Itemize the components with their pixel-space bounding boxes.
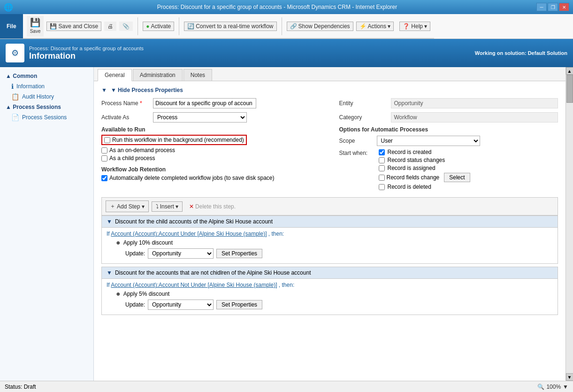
step2-update-select[interactable]: Opportunity (148, 300, 214, 310)
record-created-checkbox[interactable] (379, 149, 385, 155)
audit-icon: 📋 (11, 93, 19, 100)
form-right: Entity Opportunity Category Workflow (339, 98, 558, 192)
help-icon: ❓ (403, 23, 410, 30)
zoom-arrow[interactable]: ▼ (563, 384, 568, 390)
sidebar-item-information[interactable]: ℹ Information (0, 81, 93, 92)
step1-update-label: Update: (125, 250, 145, 257)
actions-button[interactable]: ⚡ Actions ▾ (356, 22, 394, 31)
record-status-checkbox[interactable] (379, 157, 385, 163)
title-bar-text: Process: Discount for a specific group o… (18, 4, 536, 10)
record-assigned-row: Record is assigned (379, 165, 470, 171)
step1-body: If Account (Account):Account Under [Alpi… (102, 228, 558, 263)
app-header-title: Information (29, 51, 144, 61)
sidebar-item-process-sessions[interactable]: 📄 Process Sessions (0, 112, 93, 123)
close-button[interactable]: ✕ (559, 3, 569, 11)
scroll-up-button[interactable]: ▲ (566, 67, 573, 75)
help-button[interactable]: ❓ Help ▾ (399, 22, 430, 31)
process-sessions-icon: 📄 (11, 114, 19, 121)
print-button[interactable]: 🖨 (104, 22, 116, 31)
scrollbar-track (566, 75, 573, 373)
collapse-icon: ▼ (101, 87, 107, 93)
record-deleted-row: Record is deleted (379, 184, 470, 190)
add-step-button[interactable]: ＋ Add Step ▾ (106, 200, 149, 212)
delete-step-button[interactable]: ✕ Delete this step. (185, 202, 239, 211)
entity-field: Opportunity (391, 98, 558, 108)
sidebar-item-audit-history[interactable]: 📋 Audit History (0, 92, 93, 102)
step1-header: ▼ Discount for the child accounts of the… (102, 216, 558, 228)
step2-if-link[interactable]: Account (Account):Account Not Under [Alp… (111, 282, 277, 288)
save-close-button[interactable]: 💾 Save and Close (46, 22, 101, 31)
insert-icon: ⤵ (156, 203, 159, 210)
activate-as-label: Activate As (101, 114, 153, 121)
insert-button[interactable]: ⤵ Insert ▾ (152, 201, 183, 212)
minimize-button[interactable]: ─ (536, 3, 547, 11)
scrollbar-thumb[interactable] (566, 75, 573, 103)
step1-container: ▼ Discount for the child accounts of the… (101, 215, 558, 264)
step2-header: ▼ Discount for the accounts that are not… (102, 267, 558, 279)
ribbon: File 💾 Save 💾 Save and Close 🖨 📎 ● Activ… (0, 14, 573, 39)
step2-title: Discount for the accounts that are not c… (115, 269, 311, 276)
working-on-solution: Working on solution: Default Solution (475, 50, 567, 56)
status-bar: Status: Draft 🔍 100% ▼ (0, 381, 573, 392)
record-created-row: Record is created (379, 149, 470, 155)
category-label: Category (339, 114, 391, 121)
start-when-checks: Record is created Record status changes (379, 149, 470, 192)
step2-container: ▼ Discount for the accounts that are not… (101, 267, 558, 315)
step2-set-properties-button[interactable]: Set Properties (216, 300, 262, 309)
sidebar-section-process-sessions[interactable]: ▲ Process Sessions (0, 102, 93, 112)
step1-update-select[interactable]: Opportunity (148, 248, 214, 259)
step2-update-label: Update: (125, 301, 145, 308)
available-to-run-section: Available to Run Run this workflow in th… (101, 126, 321, 161)
file-tab[interactable]: File (0, 14, 23, 38)
options-auto-section: Options for Automatic Processes Scope Us… (339, 126, 558, 192)
record-deleted-checkbox[interactable] (379, 184, 385, 190)
activate-as-select[interactable]: Process (153, 112, 247, 123)
zoom-icon: 🔍 (537, 384, 544, 390)
process-name-field (153, 98, 321, 108)
step1-set-properties-button[interactable]: Set Properties (216, 249, 262, 258)
tab-notes[interactable]: Notes (183, 69, 212, 81)
entity-value: Opportunity (391, 98, 558, 108)
background-workflow-checkbox[interactable] (104, 137, 110, 143)
child-process-checkbox[interactable] (101, 155, 107, 161)
step2-if-line: If Account (Account):Account Not Under [… (107, 282, 553, 288)
attach-button[interactable]: 📎 (119, 22, 133, 31)
app-header-subtitle: Process: Discount for a specific group o… (29, 46, 144, 51)
convert-button[interactable]: 🔄 Convert to a real-time workflow (184, 22, 276, 31)
zoom-level: 100% (546, 384, 561, 390)
step1-collapse-icon[interactable]: ▼ (107, 218, 112, 225)
activate-icon: ● (146, 23, 149, 30)
scope-select[interactable]: User Business Unit Organization (377, 136, 480, 146)
on-demand-checkbox[interactable] (101, 147, 107, 154)
activate-button[interactable]: ● Activate (143, 22, 174, 31)
step1-title: Discount for the child accounts of the A… (115, 218, 273, 225)
section-header-process-properties[interactable]: ▼ ▼ Hide Process Properties (101, 87, 558, 93)
form-left: Process Name Activate As Process (101, 98, 321, 192)
scroll-down-button[interactable]: ▼ (566, 373, 573, 381)
tab-general[interactable]: General (98, 69, 132, 81)
step2-collapse-icon[interactable]: ▼ (107, 269, 112, 276)
entity-label: Entity (339, 100, 391, 107)
save-button[interactable]: 💾 Save (27, 16, 44, 37)
sidebar-section-common[interactable]: ▲ Common (0, 71, 93, 81)
on-demand-row: As an on-demand process (101, 147, 321, 154)
auto-delete-checkbox[interactable] (101, 175, 107, 181)
activate-as-row: Activate As Process (101, 112, 321, 123)
record-fields-checkbox[interactable] (379, 175, 385, 181)
tab-administration[interactable]: Administration (133, 69, 183, 81)
process-name-label: Process Name (101, 100, 153, 107)
process-name-input[interactable] (153, 98, 256, 108)
app-header-info: Process: Discount for a specific group o… (29, 46, 144, 61)
record-assigned-checkbox[interactable] (379, 165, 385, 171)
restore-button[interactable]: ❐ (548, 3, 558, 11)
print-icon: 🖨 (107, 23, 113, 30)
add-step-icon: ＋ (110, 202, 115, 210)
category-row: Category Workflow (339, 112, 558, 123)
step1-if-link[interactable]: Account (Account):Account Under [Alpine … (111, 231, 267, 237)
title-bar: 🌐 Process: Discount for a specific group… (0, 0, 573, 14)
workflow-retention-label: Workflow Job Retention (101, 166, 321, 173)
show-dependencies-button[interactable]: 🔗 Show Dependencies (287, 22, 353, 31)
select-button[interactable]: Select (444, 173, 470, 182)
separator1 (138, 17, 138, 35)
ribbon-toolbar: 💾 Save 💾 Save and Close 🖨 📎 ● Activate 🔄 (23, 14, 435, 38)
